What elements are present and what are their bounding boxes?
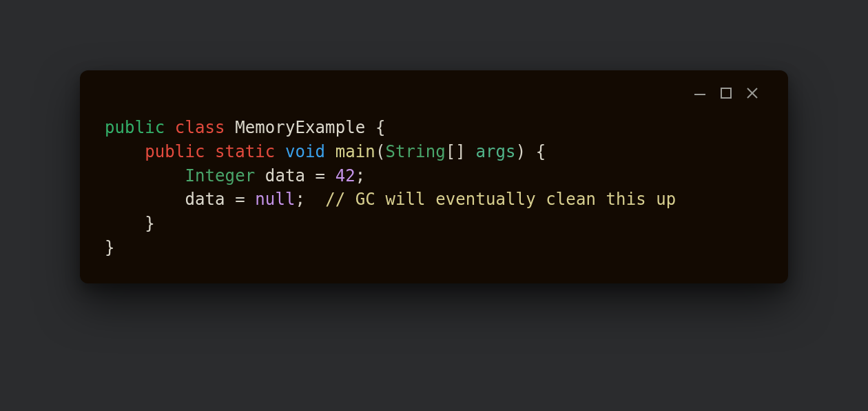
brace-open: { <box>375 118 386 137</box>
param-name: args <box>475 142 515 161</box>
svg-rect-1 <box>721 88 731 98</box>
brace-close: } <box>105 238 115 257</box>
gap <box>305 190 325 209</box>
comment: // GC will eventually clean this up <box>325 190 676 209</box>
semicolon: ; <box>296 190 306 209</box>
method-name: main <box>335 142 375 161</box>
brackets: [] <box>446 142 466 161</box>
minimize-icon[interactable] <box>693 86 707 100</box>
indent <box>105 214 145 233</box>
stage: public class MemoryExample { public stat… <box>0 0 868 411</box>
indent <box>105 166 185 186</box>
code-window: public class MemoryExample { public stat… <box>80 70 788 283</box>
close-icon[interactable] <box>745 86 759 100</box>
paren-open: ( <box>375 142 386 161</box>
keyword-public: public <box>105 118 165 137</box>
param-type: String <box>385 142 445 161</box>
var-data: data <box>185 190 225 209</box>
equals: = <box>316 166 326 186</box>
indent <box>105 190 185 209</box>
keyword-class: class <box>175 118 225 137</box>
class-name: MemoryExample <box>235 118 365 137</box>
paren-close: ) <box>516 142 526 161</box>
brace-open: { <box>536 142 546 161</box>
maximize-icon[interactable] <box>719 86 733 100</box>
type-integer: Integer <box>185 166 255 186</box>
literal-42: 42 <box>335 166 355 186</box>
code-block[interactable]: public class MemoryExample { public stat… <box>105 116 763 260</box>
indent <box>105 142 145 161</box>
brace-close: } <box>145 214 155 233</box>
keyword-void: void <box>285 142 325 161</box>
keyword-public: public <box>145 142 205 161</box>
literal-null: null <box>255 190 295 209</box>
titlebar <box>105 70 763 116</box>
keyword-static: static <box>215 142 275 161</box>
equals: = <box>235 190 245 209</box>
semicolon: ; <box>355 166 366 186</box>
var-data: data <box>265 166 305 186</box>
